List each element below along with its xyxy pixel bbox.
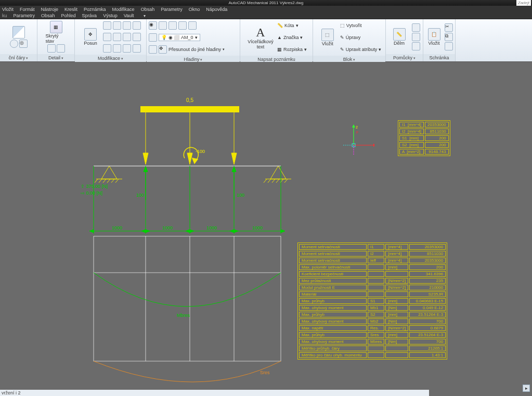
search-box[interactable]: Zadejt	[516, 0, 531, 6]
drawing-canvas[interactable]: 0,5 -100 ⇧ 375.00 [N] ⇨ 0.00 [N] ⇧ 425.0…	[0, 62, 532, 396]
svg-marker-47	[190, 229, 194, 233]
layer-icon[interactable]	[178, 21, 187, 30]
app-title: AutoCAD Mechanical 2011 Výkres2.dwg	[228, 1, 303, 5]
svg-marker-42	[89, 229, 94, 233]
tool-icon[interactable]	[133, 33, 141, 41]
tool-icon[interactable]	[412, 33, 420, 41]
tool-icon[interactable]	[113, 21, 121, 30]
copy-icon[interactable]: ⧉	[445, 33, 453, 41]
tool-icon[interactable]	[123, 21, 131, 30]
menu-item[interactable]: Kreslit	[64, 7, 77, 12]
multitext-button[interactable]: A Víceřádkový text	[246, 25, 275, 50]
svg-marker-7	[231, 153, 237, 164]
svg-text:1000: 1000	[162, 225, 173, 231]
svg-line-14	[103, 179, 106, 183]
dimension-button[interactable]: 📏 Kóta ▾	[277, 20, 307, 31]
menu-item[interactable]: Formát	[20, 7, 35, 12]
clipboard-icon: 📋	[428, 28, 440, 41]
layer-icon[interactable]	[149, 45, 157, 54]
bom-button[interactable]: ▦ Rozpiska ▾	[277, 44, 307, 55]
tool-icon[interactable]	[133, 44, 141, 53]
drawing: 0,5 -100 ⇧ 375.00 [N] ⇨ 0.00 [N] ⇧ 425.0…	[73, 80, 291, 396]
circle-icon[interactable]	[10, 40, 18, 48]
ribbon-tab[interactable]: Parametry	[14, 13, 35, 18]
hidden-state-button[interactable]: ▦ Skrytý stav	[46, 21, 67, 44]
menu-item[interactable]: Obsah	[141, 7, 155, 12]
line-icon[interactable]	[12, 26, 25, 39]
tool-icon[interactable]	[412, 42, 420, 50]
layer-icon[interactable]	[188, 21, 197, 30]
move-layer-icon[interactable]: ✥	[159, 45, 167, 54]
hidden-icon: ▦	[50, 21, 62, 33]
detail-icon[interactable]	[47, 44, 56, 53]
move-layer-label[interactable]: Přesunout do jiné hladiny	[168, 47, 221, 52]
menu-item[interactable]: Okno	[189, 7, 200, 12]
svg-line-23	[276, 179, 279, 183]
tool-icon[interactable]	[103, 21, 111, 30]
menu-item[interactable]: Nástroje	[41, 7, 59, 12]
edit-block-button[interactable]: ✎ Úpravy	[340, 32, 382, 43]
tool-icon[interactable]	[123, 44, 131, 53]
layer-icon[interactable]: ◉	[149, 21, 157, 30]
tool-icon[interactable]	[133, 21, 141, 30]
match-icon[interactable]	[445, 42, 453, 50]
ribbon-tabs: ku Parametry Obsah Pohled Správa Výstup …	[0, 12, 532, 19]
marker-button[interactable]: ▲ Značka ▾	[277, 32, 307, 43]
attr-block-button[interactable]: ✎ Upravit atributy ▾	[340, 44, 382, 55]
svg-line-22	[272, 179, 275, 183]
svg-marker-10	[101, 166, 117, 179]
svg-text:100: 100	[136, 193, 144, 198]
panel-title[interactable]: Pomůcky	[386, 54, 423, 61]
svg-marker-62	[373, 144, 374, 147]
layout-tab[interactable]: vržení i 2	[2, 390, 21, 395]
move-icon: ✥	[84, 28, 97, 41]
title-bar: AutoCAD Mechanical 2011 Výkres2.dwg Zade…	[0, 0, 532, 6]
svg-marker-43	[281, 229, 285, 233]
panel-title[interactable]: Schránka	[423, 54, 455, 61]
tool-icon[interactable]	[412, 23, 420, 32]
layer-icon[interactable]	[149, 33, 157, 42]
svg-text:Mbres: Mbres	[177, 313, 190, 318]
ribbon-tab[interactable]: Obsah	[41, 13, 55, 18]
svg-marker-48	[230, 229, 234, 233]
tool-icon[interactable]	[103, 33, 111, 41]
tool-icon[interactable]	[113, 44, 121, 53]
menu-item[interactable]: Vložit	[2, 7, 14, 12]
create-block-button[interactable]: ⬚ Vytvořit	[340, 20, 382, 31]
cut-icon[interactable]: ✂	[445, 23, 453, 32]
tool-icon[interactable]	[123, 33, 131, 41]
move-button[interactable]: ✥ Posun	[80, 28, 101, 46]
layer-selector[interactable]: 💡 ◉ ⬜ AM_0 ▾	[159, 34, 200, 41]
ribbon-tab[interactable]: Výstup	[103, 13, 118, 18]
tool-icon[interactable]	[103, 44, 111, 53]
scroll-right-icon[interactable]: ▸	[523, 385, 530, 392]
ribbon-tab[interactable]: Správa	[82, 13, 97, 18]
tool-icon[interactable]	[113, 33, 121, 41]
layer-icon[interactable]	[159, 21, 167, 30]
panel-title[interactable]: Modifikace	[75, 55, 146, 62]
menu-item[interactable]: Poznámka	[84, 7, 106, 12]
svg-marker-64	[352, 124, 355, 127]
ruler-icon: 📏	[393, 28, 406, 41]
panel-title[interactable]: Detail	[37, 54, 74, 61]
menu-item[interactable]: Parametry	[161, 7, 183, 12]
ribbon-tab[interactable]: Vault	[124, 13, 134, 18]
panel-title[interactable]: ční čáry	[0, 54, 37, 61]
measure-button[interactable]: 📏 Dělm	[389, 28, 410, 46]
svg-line-20	[264, 179, 267, 183]
insert-block-button[interactable]: ⬚ Vložit	[317, 29, 338, 46]
ribbon-tab[interactable]: Pohled	[61, 13, 76, 18]
svg-line-13	[99, 179, 102, 183]
menu-item[interactable]: Modifikace	[112, 7, 135, 12]
properties-table-large: Moment setrvačnostiI1[mm^4]20353000Momen…	[297, 242, 447, 360]
svg-rect-0	[140, 106, 239, 112]
tab-cut[interactable]: ku	[2, 13, 7, 18]
svg-line-15	[107, 179, 110, 183]
paste-button[interactable]: 📋 Vložit	[425, 28, 443, 46]
layer-icon[interactable]	[168, 21, 177, 30]
menu-item[interactable]: Nápověda	[206, 7, 227, 12]
target-icon[interactable]: ◎	[19, 40, 28, 48]
svg-marker-44	[141, 229, 146, 233]
properties-table-small: I1 [mm^4]20353000I2 [mm^4]8511030S1 [mm]…	[398, 120, 450, 156]
detail-icon[interactable]	[57, 44, 65, 53]
